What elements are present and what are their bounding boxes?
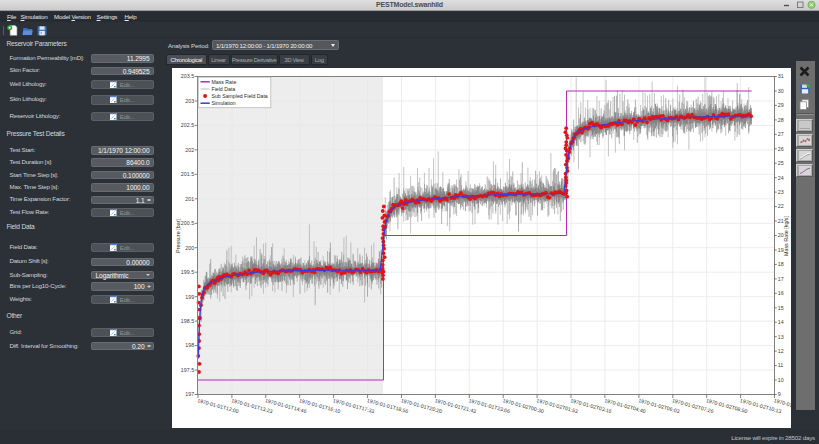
svg-text:27: 27 (778, 131, 784, 137)
svg-text:197: 197 (185, 391, 194, 397)
svg-text:201.5: 201.5 (181, 171, 194, 177)
svg-text:Mass Rate [kg/s]: Mass Rate [kg/s] (783, 215, 789, 256)
svg-text:201: 201 (185, 196, 194, 202)
svg-text:17: 17 (778, 276, 784, 282)
svg-text:12: 12 (778, 348, 784, 354)
svg-text:199: 199 (185, 294, 194, 300)
svg-text:Mass Rate: Mass Rate (212, 79, 237, 85)
svg-text:22: 22 (778, 203, 784, 209)
svg-text:31: 31 (778, 73, 784, 79)
svg-text:13: 13 (778, 334, 784, 340)
svg-text:199.5: 199.5 (181, 269, 194, 275)
svg-text:26: 26 (778, 146, 784, 152)
svg-text:Simulation: Simulation (212, 100, 236, 106)
svg-text:28: 28 (778, 117, 784, 123)
svg-text:14: 14 (778, 319, 784, 325)
svg-text:197.5: 197.5 (181, 367, 194, 373)
svg-text:200.5: 200.5 (181, 220, 194, 226)
svg-text:11: 11 (778, 362, 784, 368)
svg-text:202: 202 (185, 147, 194, 153)
svg-text:16: 16 (778, 290, 784, 296)
svg-text:198: 198 (185, 342, 194, 348)
svg-text:15: 15 (778, 305, 784, 311)
svg-text:29: 29 (778, 102, 784, 108)
svg-text:203: 203 (185, 98, 194, 104)
svg-text:24: 24 (778, 175, 784, 181)
svg-text:9: 9 (778, 391, 781, 397)
svg-text:203.5: 203.5 (181, 73, 194, 79)
svg-text:10: 10 (778, 377, 784, 383)
svg-text:25: 25 (778, 160, 784, 166)
svg-text:Sub Sampled Field Data: Sub Sampled Field Data (212, 93, 268, 99)
svg-text:Field Data: Field Data (212, 86, 236, 92)
svg-text:200: 200 (185, 245, 194, 251)
svg-text:198.5: 198.5 (181, 318, 194, 324)
svg-text:202.5: 202.5 (181, 122, 194, 128)
svg-text:18: 18 (778, 261, 784, 267)
svg-text:Pressure [bar]: Pressure [bar] (175, 219, 181, 253)
svg-text:30: 30 (778, 88, 784, 94)
svg-text:23: 23 (778, 189, 784, 195)
